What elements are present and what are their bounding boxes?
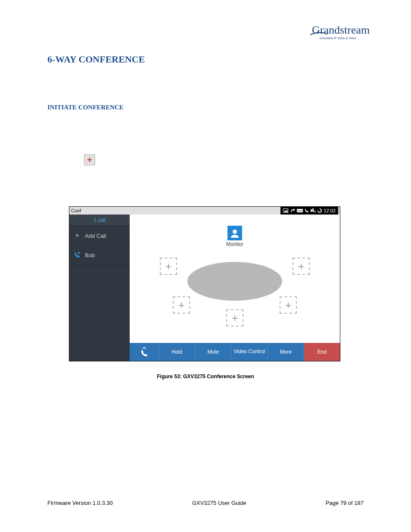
device-screenshot: Conf FTP 12:02 1 call + Add Call Bob: [69, 206, 340, 361]
more-button[interactable]: More: [268, 343, 304, 361]
svg-rect-3: [311, 209, 312, 212]
call-forward-icon: [290, 208, 295, 213]
contact-row[interactable]: Bob: [69, 246, 130, 265]
picture-icon: [283, 208, 288, 213]
brand-wordmark: Grandstream: [312, 24, 370, 37]
subsection-heading: INITIATE CONFERENCE: [47, 104, 364, 111]
add-call-label: Add Call: [85, 233, 106, 239]
monitor-label: Monitor: [226, 241, 243, 247]
video-control-label: Video Control: [234, 349, 265, 355]
page-footer: Firmware Version 1.0.3.30 GXV3275 User G…: [47, 500, 364, 506]
mute-button[interactable]: Mute: [195, 343, 231, 361]
footer-firmware: Firmware Version 1.0.3.30: [47, 500, 113, 506]
add-icon: +: [84, 154, 95, 165]
body-text-1: [47, 133, 364, 141]
footer-doc-title: GXV3275 User Guide: [192, 500, 246, 506]
empty-seat-5[interactable]: +: [226, 309, 243, 327]
monitor-participant[interactable]: Monitor: [226, 226, 243, 247]
plus-icon: +: [74, 232, 81, 239]
figure-caption: Figure 53: GXV3275 Conference Screen: [47, 373, 364, 380]
network-icon: [311, 208, 316, 213]
sync-icon: [318, 208, 322, 213]
brand-logo: Grandstream Innovative IP Voice & Video: [312, 24, 364, 40]
call-toolbar: Hold Mute Video Control More End: [130, 343, 340, 361]
section-heading: 6-WAY CONFERENCE: [47, 54, 364, 65]
footer-page: Page 79 of 187: [326, 500, 364, 506]
swoosh-icon: [310, 31, 327, 36]
status-time: 12:02: [324, 208, 336, 213]
svg-point-6: [233, 230, 237, 234]
empty-seat-4[interactable]: +: [280, 296, 297, 314]
active-call-icon: [74, 252, 81, 258]
ftp-icon: FTP: [297, 209, 303, 212]
handset-icon: [305, 208, 309, 213]
empty-seat-2[interactable]: +: [293, 258, 310, 275]
hold-button[interactable]: Hold: [159, 343, 195, 361]
app-title: Conf: [71, 208, 81, 213]
contact-name: Bob: [85, 252, 95, 258]
conference-main: Monitor + + + + + Hold Mute Video Contro…: [130, 215, 340, 361]
add-call-row[interactable]: + Add Call: [69, 226, 130, 246]
phone-icon: [140, 349, 148, 357]
brand-tagline: Innovative IP Voice & Video: [312, 37, 364, 40]
video-control-button[interactable]: Video Control: [231, 343, 268, 361]
body-text-2: [47, 185, 364, 193]
handset-button[interactable]: [130, 343, 159, 361]
call-sidebar: 1 call + Add Call Bob: [69, 215, 130, 361]
status-icons: FTP 12:02: [280, 207, 338, 215]
status-bar: Conf FTP 12:02: [69, 207, 340, 215]
svg-point-5: [314, 211, 316, 212]
sidebar-calls-tab[interactable]: 1 call: [69, 215, 130, 226]
empty-seat-3[interactable]: +: [173, 296, 190, 314]
svg-text:FTP: FTP: [298, 210, 302, 212]
end-button[interactable]: End: [304, 343, 340, 361]
avatar-icon: [227, 226, 242, 240]
empty-seat-1[interactable]: +: [160, 258, 177, 275]
conference-table-icon: [187, 262, 282, 301]
svg-rect-4: [312, 208, 314, 212]
